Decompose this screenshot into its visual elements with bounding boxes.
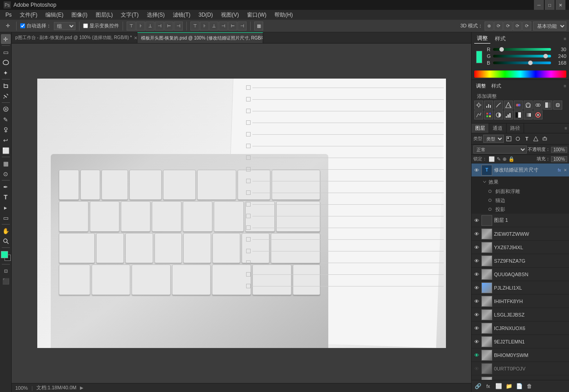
menu-type[interactable]: 文字(T)	[117, 10, 142, 20]
brush-tool[interactable]: ✎	[1, 115, 11, 124]
3d-btn-3[interactable]: ⟳	[503, 22, 512, 31]
menu-3d[interactable]: 3D(D)	[195, 10, 216, 20]
menu-window[interactable]: 窗口(W)	[243, 10, 270, 20]
align-bottom-btn[interactable]: ⊥	[146, 22, 154, 31]
current-color-swatch[interactable]	[476, 51, 482, 63]
adj-curves[interactable]	[494, 101, 503, 110]
quick-mask-btn[interactable]: ⊡	[1, 266, 11, 276]
adj-gradient-map[interactable]	[524, 110, 533, 119]
text-tool[interactable]: T	[1, 192, 11, 202]
dist-vcenter-btn[interactable]: ⊦	[200, 22, 209, 31]
layer-filter-adjust[interactable]	[514, 135, 522, 143]
eyedropper-tool[interactable]	[1, 91, 11, 101]
hand-tool[interactable]: ✋	[1, 226, 11, 236]
adj-exposure[interactable]	[504, 101, 513, 110]
layer-visibility-0ur[interactable]: 👁	[473, 366, 480, 372]
layer-item-layer1[interactable]: 👁 图层 1	[472, 214, 569, 227]
tab-0[interactable]: p图工作台 - 副本-恢复的.psd @ 100% (选择功能, RGB/8) …	[12, 32, 137, 43]
layer-visibility-9ej[interactable]: 👁	[473, 339, 480, 345]
menu-filter[interactable]: 滤镜(T)	[169, 10, 194, 20]
layer-visibility-yxz[interactable]: 👁	[473, 244, 480, 251]
align-left-btn[interactable]: ⊣	[155, 22, 164, 31]
dist-right-btn[interactable]: ⊣	[238, 22, 247, 31]
color-tab[interactable]: 调整	[474, 34, 490, 44]
layers-tab-channels[interactable]: 通道	[489, 123, 507, 133]
adj-hsl[interactable]	[524, 101, 533, 110]
heal-tool[interactable]	[1, 104, 11, 114]
minimize-button[interactable]: ─	[534, 0, 544, 10]
arrange-btn[interactable]: ▦	[254, 22, 263, 31]
layer-effect-shadow[interactable]: 投影	[472, 205, 569, 214]
color-spectrum[interactable]	[474, 70, 566, 78]
align-top-btn[interactable]: ⊤	[127, 22, 136, 31]
move-tool[interactable]: ✛	[1, 34, 11, 44]
screen-mode-btn[interactable]: ⬛	[1, 276, 11, 286]
add-style-btn[interactable]: fx	[484, 382, 493, 391]
menu-layer[interactable]: 图层(L)	[92, 10, 117, 20]
adj-brightness[interactable]	[474, 101, 483, 110]
layer-filter-shape[interactable]	[532, 135, 540, 143]
zoom-tool[interactable]	[1, 236, 11, 246]
pen-tool[interactable]: ✒	[1, 182, 11, 192]
lasso-tool[interactable]	[1, 57, 11, 67]
menu-edit[interactable]: 编辑(E)	[42, 10, 67, 20]
layer-effect-stroke[interactable]: 猫边	[472, 196, 569, 205]
opacity-input[interactable]	[551, 147, 567, 153]
show-transform-checkbox[interactable]	[83, 23, 88, 28]
layer-visibility-1[interactable]: 👁	[473, 217, 480, 224]
adj-threshold[interactable]	[514, 110, 523, 119]
green-slider[interactable]	[493, 55, 551, 57]
lock-all-icon[interactable]: 🔒	[508, 156, 515, 162]
layer-item-pjl[interactable]: 👁 PJLZHLI1XL	[472, 281, 569, 295]
layers-panel-expand[interactable]: ≡	[565, 126, 567, 131]
history-brush-tool[interactable]: ↩	[1, 135, 11, 145]
adjustments-panel-expand[interactable]: ≡	[564, 84, 566, 88]
layers-tab-layers[interactable]: 图层	[472, 123, 489, 133]
layer-item-v8s[interactable]: 👁 V8SXASKPBO	[472, 375, 569, 380]
adj-photo-filter[interactable]	[553, 101, 562, 110]
layer-type-select[interactable]: 类型	[483, 135, 504, 143]
new-group-btn[interactable]: 📁	[504, 382, 513, 391]
color-panel-expand[interactable]: ≡	[564, 36, 566, 41]
lock-position-icon[interactable]: ✎	[497, 156, 501, 162]
dist-left-btn[interactable]: ⊣	[219, 22, 228, 31]
layer-item-icj[interactable]: 👁 ICJRNXUOX6	[472, 322, 569, 335]
adj-levels[interactable]	[484, 101, 493, 110]
close-button[interactable]: ✕	[556, 0, 565, 10]
align-vcenter-btn[interactable]: ⊦	[136, 22, 145, 31]
add-mask-btn[interactable]: ⬜	[494, 382, 503, 391]
blend-mode-select[interactable]: 正常	[473, 145, 527, 154]
adj-selective-color[interactable]	[534, 110, 543, 119]
menu-select[interactable]: 选择(S)	[143, 10, 168, 20]
styles-tab[interactable]: 样式	[490, 82, 503, 90]
auto-select-checkbox[interactable]	[20, 23, 25, 28]
layer-visibility-lsg[interactable]: 👁	[473, 312, 480, 318]
layer-visibility-quu[interactable]: 👁	[473, 271, 480, 277]
foreground-color[interactable]	[1, 251, 8, 258]
link-layers-btn[interactable]: 🔗	[473, 382, 482, 391]
blue-slider[interactable]	[493, 62, 551, 64]
delete-layer-btn[interactable]: 🗑	[525, 382, 534, 391]
adjustments-tab[interactable]: 调整	[474, 82, 488, 90]
layer-item-ihi[interactable]: 👁 IHIHTFK8YH	[472, 295, 569, 308]
shape-tool[interactable]: ▭	[1, 213, 11, 223]
layer-item-9ej[interactable]: 👁 9EJ2TLEMN1	[472, 335, 569, 348]
menu-ps[interactable]: Ps	[2, 10, 15, 20]
dist-bottom-btn[interactable]: ⊥	[209, 22, 218, 31]
3d-btn-2[interactable]: ⟳	[494, 22, 503, 31]
layer-filter-type[interactable]: T	[523, 135, 531, 143]
workspace-select[interactable]: 基本功能	[533, 22, 566, 31]
align-hcenter-btn[interactable]: ⊢	[164, 22, 173, 31]
layer-visibility-ihi[interactable]: 👁	[473, 298, 480, 304]
layer-item-quu[interactable]: 👁 QUU0AQABSN	[472, 268, 569, 281]
fill-input[interactable]	[551, 156, 567, 162]
auto-select-type-select[interactable]: 组 图层	[54, 22, 75, 30]
layer-item-yxz[interactable]: 👁 YXZ67J94XL	[472, 241, 569, 254]
layer-visibility-ziew[interactable]: 👁	[473, 231, 480, 237]
canvas-area[interactable]: // Will be generated by init script belo…	[12, 44, 471, 383]
lock-pixels-icon[interactable]: ⬜	[489, 156, 495, 162]
3d-btn-4[interactable]: ⟳	[513, 22, 522, 31]
gradient-tool[interactable]: ▦	[1, 159, 11, 168]
layer-item-ziew[interactable]: 👁 ZIEW0TZWWW	[472, 227, 569, 241]
rectangular-marquee-tool[interactable]: ▭	[1, 47, 11, 57]
